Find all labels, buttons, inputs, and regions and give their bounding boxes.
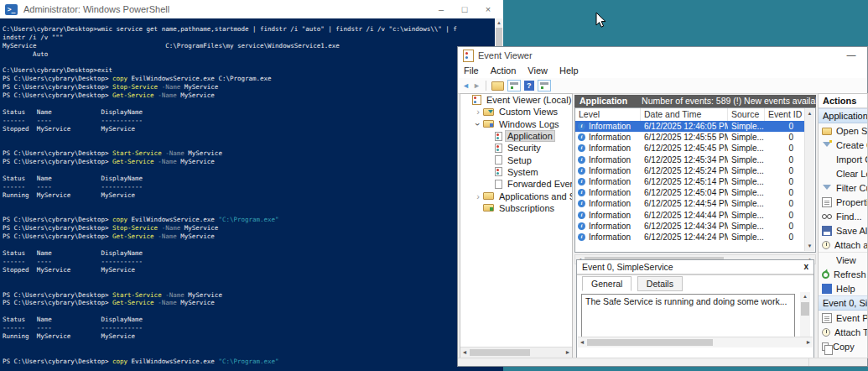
tree-item-label: Security (506, 143, 543, 153)
table-row[interactable]: iInformation6/12/2025 12:45:34 PMSimple.… (575, 154, 805, 165)
menu-item-view[interactable]: View (522, 64, 554, 78)
table-row[interactable]: iInformation6/12/2025 12:45:24 PMSimple.… (575, 165, 805, 176)
action-properties[interactable]: Properties (819, 195, 867, 209)
tab-details[interactable]: Details (637, 276, 683, 291)
close-icon[interactable]: x (803, 260, 808, 273)
scroll-up-icon[interactable]: ▲ (805, 109, 814, 118)
action-event-prope[interactable]: Event Prope (819, 311, 867, 325)
help-icon[interactable]: ? (524, 81, 534, 91)
console-line: Running MyService MyService (3, 332, 503, 341)
close-button[interactable]: × (476, 0, 500, 18)
tree-item-windows-logs[interactable]: ›Windows Logs (460, 118, 572, 130)
action-create-cust[interactable]: Create Cust (819, 138, 867, 152)
action-attach-a-ta[interactable]: Attach a Ta (819, 238, 867, 252)
scroll-left-icon[interactable]: ◄ (578, 337, 586, 347)
tree-item-event-viewer-local-[interactable]: Event Viewer (Local) (460, 94, 572, 106)
tree-item-subscriptions[interactable]: Subscriptions (460, 202, 572, 214)
scroll-right-icon[interactable]: ► (804, 337, 813, 347)
action-refresh[interactable]: Refresh (819, 267, 867, 281)
tree-item-forwarded-events[interactable]: Forwarded Events (460, 178, 572, 190)
table-row[interactable]: iInformation6/12/2025 12:44:34 PMSimple.… (575, 221, 805, 232)
console-text-segment: C:\Users\cybrary\Desktop>wmic service ge… (3, 25, 457, 33)
tree-item-label: Forwarded Events (506, 179, 573, 189)
console-text-segment: EvilWindowsService.exe (127, 358, 218, 365)
preview-title: Event 0, SimpleService (582, 262, 673, 272)
console-line: PS C:\Users\cybrary\Desktop> Stop-Servic… (3, 83, 503, 91)
tab-general[interactable]: General (582, 276, 632, 291)
show-action-pane-icon[interactable] (538, 80, 551, 91)
log-icon (495, 167, 502, 176)
cell-event-id: 0 (765, 166, 805, 175)
column-header-event-id[interactable]: Event ID (765, 108, 805, 121)
cell-event-id: 0 (765, 155, 805, 165)
action-label: Copy (833, 342, 855, 352)
table-row[interactable]: iInformation6/12/2025 12:44:24 PMSimple.… (575, 232, 805, 243)
scrollbar-thumb[interactable] (587, 339, 713, 346)
table-row[interactable]: iInformation6/12/2025 12:44:44 PMSimple.… (575, 210, 805, 221)
table-row[interactable]: iInformation6/12/2025 12:44:54 PMSimple.… (575, 198, 805, 209)
action-save-all-eve[interactable]: Save All Eve (819, 223, 867, 238)
back-icon[interactable]: ◄ (462, 80, 470, 91)
tree-expander-icon[interactable]: › (473, 107, 483, 117)
powershell-titlebar[interactable]: >_ Administrator: Windows PowerShell – □… (0, 0, 503, 18)
minimize-button[interactable]: — (842, 47, 860, 62)
actions-group-header[interactable]: Application (819, 108, 867, 123)
maximize-button[interactable]: □ (453, 0, 476, 18)
event-viewer-titlebar[interactable]: Event Viewer — (458, 47, 867, 64)
cell-event-id: 0 (765, 222, 805, 231)
action-import-cust[interactable]: Import Cust (819, 152, 867, 166)
scroll-up-icon[interactable]: ▲ (800, 292, 810, 301)
menu-item-action[interactable]: Action (485, 64, 522, 78)
log-summary: Number of events: 589 (!) New events ava… (642, 96, 816, 106)
tree-item-setup[interactable]: Setup (460, 154, 572, 165)
column-header-level[interactable]: Level (575, 108, 641, 121)
scrollbar-thumb[interactable] (470, 349, 530, 356)
action-help[interactable]: Help (819, 281, 867, 295)
console-text-segment: Get-Service (112, 233, 154, 240)
console-line: PS C:\Users\cybrary\Desktop> Get-Service… (3, 233, 503, 241)
action-copy[interactable]: Copy (819, 339, 867, 353)
preview-horizontal-scrollbar[interactable]: ◄ ► (578, 337, 813, 347)
menu-item-help[interactable]: Help (554, 64, 585, 78)
scroll-down-icon[interactable]: ▼ (805, 242, 814, 251)
event-description[interactable]: The Safe Service is running and doing so… (581, 294, 795, 341)
action-filter-currer[interactable]: Filter Currer (819, 180, 867, 195)
table-row[interactable]: iInformation6/12/2025 12:46:05 PMSimple.… (575, 121, 805, 132)
tree-item-custom-views[interactable]: ›Custom Views (460, 106, 572, 118)
table-row[interactable]: iInformation6/12/2025 12:45:45 PMSimple.… (575, 143, 805, 154)
console-text-segment: Start-Service (112, 291, 162, 299)
cell-datetime: 6/12/2025 12:45:55 PM (641, 133, 728, 142)
table-vertical-scrollbar[interactable]: ▲ ▼ (804, 109, 814, 251)
table-row[interactable]: iInformation6/12/2025 12:45:55 PMSimple.… (575, 132, 805, 143)
action-find-[interactable]: Find... (819, 209, 867, 223)
show-console-tree-icon[interactable] (507, 80, 521, 91)
table-row[interactable]: iInformation6/12/2025 12:45:14 PMSimple.… (575, 176, 805, 187)
actions-group-header[interactable]: Event 0, SimpleS (819, 295, 867, 311)
console-text-segment: MyService (177, 299, 215, 306)
event-viewer-icon (463, 50, 474, 62)
forward-icon[interactable]: ► (473, 80, 481, 91)
tree-horizontal-scrollbar[interactable]: ◄► (460, 347, 572, 358)
action-view[interactable]: View (819, 252, 867, 267)
console-line: PS C:\Users\cybrary\Desktop> Start-Servi… (3, 291, 503, 300)
scroll-left-icon[interactable]: ◄ (460, 347, 469, 358)
minimize-button[interactable]: – (429, 0, 453, 18)
scroll-up-icon[interactable]: ▲ (495, 18, 503, 27)
powershell-console[interactable]: C:\Users\cybrary\Desktop>wmic service ge… (0, 18, 503, 371)
menu-item-file[interactable]: File (458, 64, 485, 78)
column-header-source[interactable]: Source (728, 108, 765, 121)
scrollbar-thumb[interactable] (801, 302, 809, 316)
tree-item-system[interactable]: System (460, 166, 572, 178)
action-attach-task[interactable]: Attach Task (819, 325, 867, 339)
action-open-saved[interactable]: Open Saved (819, 123, 867, 138)
scroll-right-icon[interactable]: ► (564, 347, 572, 358)
open-saved-log-icon[interactable] (491, 81, 504, 91)
action-clear-log-[interactable]: Clear Log... (819, 166, 867, 180)
tree-expander-icon[interactable]: › (473, 119, 483, 129)
column-header-date[interactable]: Date and Time (641, 108, 728, 121)
tree-item-application[interactable]: Application (460, 130, 572, 142)
table-row[interactable]: iInformation6/12/2025 12:45:04 PMSimple.… (575, 187, 805, 198)
tree-item-security[interactable]: Security (460, 142, 572, 154)
tree-item-applications-and-services-lo[interactable]: ›Applications and Services Lo (460, 190, 572, 201)
tree-expander-icon[interactable]: › (473, 191, 483, 201)
